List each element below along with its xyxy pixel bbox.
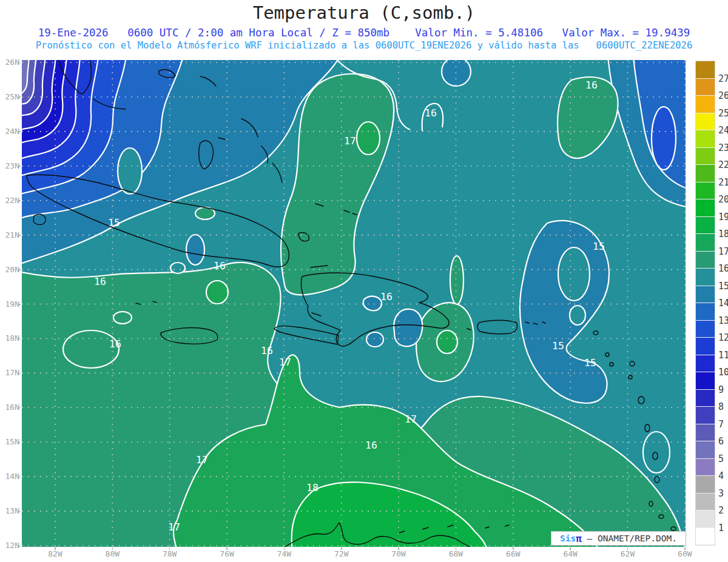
lon-tick — [684, 547, 686, 550]
lat-tick — [18, 373, 21, 374]
colorbar-tick-label: 7 — [718, 419, 724, 430]
contour-pocket — [118, 148, 142, 194]
page-title: Temperatura (C,somb.) — [0, 2, 728, 23]
contour-label: 16 — [109, 338, 121, 350]
colorbar-segment — [696, 252, 715, 269]
colorbar-tick-label: 19 — [718, 212, 728, 222]
lat-tick — [18, 477, 21, 478]
colorbar-tick-label: 1 — [718, 523, 724, 534]
subtitle-valid-time: 19-Ene-2026 0600 UTC / 2:00 am Hora Loca… — [0, 27, 728, 39]
contour-pocket — [437, 330, 457, 353]
lon-tick-label: 68W — [449, 549, 463, 558]
colorbar-segment — [696, 321, 715, 338]
colorbar-tick-label: 3 — [718, 488, 724, 499]
lat-tick-label: 13N — [5, 506, 19, 515]
lat-tick — [18, 166, 21, 167]
colorbar-segment — [696, 303, 715, 321]
colorbar-segment — [696, 493, 715, 511]
contour-label: 15 — [552, 340, 564, 352]
colorbar-tick-label: 5 — [718, 453, 724, 464]
lon-tick-label: 70W — [391, 549, 405, 558]
lon-tick-label: 72W — [334, 549, 348, 558]
colorbar-tick-label: 21 — [718, 177, 728, 188]
lon-tick — [55, 547, 56, 550]
lon-tick — [226, 547, 228, 550]
colorbar-segment — [696, 424, 715, 442]
contour-label: 16 — [380, 291, 393, 303]
lat-tick-label: 22N — [5, 196, 19, 205]
lon-tick-label: 82W — [48, 549, 62, 558]
contour-pocket — [652, 107, 676, 170]
lat-tick-label: 23N — [5, 161, 19, 170]
contour-label: 15 — [584, 357, 596, 369]
lat-tick-label: 15N — [5, 437, 19, 446]
colorbar-segment — [696, 96, 715, 113]
lat-tick-label: 20N — [5, 265, 19, 274]
colorbar-segment — [696, 199, 715, 217]
lat-tick — [18, 269, 21, 270]
colorbar-tick-label: 16 — [718, 263, 728, 274]
lon-tick-label: 74W — [277, 549, 291, 558]
contour-label: 16 — [261, 345, 273, 356]
contour-pocket — [450, 256, 463, 304]
colorbar-tick-label: 22 — [718, 159, 728, 170]
contour-label: 17 — [196, 454, 208, 466]
colorbar-tick-label: 25 — [718, 108, 728, 119]
contour-label: 15 — [108, 217, 120, 229]
lon-tick — [398, 547, 399, 550]
contour-pocket — [206, 281, 228, 304]
lat-tick-label: 25N — [5, 92, 19, 101]
lon-tick — [341, 547, 342, 550]
colorbar-tick-label: 15 — [718, 281, 728, 292]
colorbar-segment — [696, 148, 715, 166]
lat-tick-label: 21N — [5, 230, 19, 239]
colorbar-segment — [696, 182, 715, 200]
lat-tick — [18, 200, 21, 201]
contour-label: 16 — [94, 276, 106, 287]
contour-label: 17 — [168, 521, 180, 533]
colorbar-tick-label: 24 — [718, 125, 728, 136]
lon-tick-label: 60W — [678, 549, 692, 558]
colorbar-segment — [696, 407, 715, 424]
contour-label: 17 — [344, 135, 356, 147]
contour-label: 15 — [593, 241, 605, 252]
lon-tick-label: 64W — [563, 549, 577, 558]
lat-tick — [18, 62, 21, 64]
colorbar-tick-label: 8 — [718, 401, 724, 412]
colorbar-segment — [696, 79, 715, 96]
colorbar-tick-label: 27 — [718, 73, 728, 84]
colorbar-tick-label: 4 — [718, 470, 724, 481]
lon-tick — [627, 547, 629, 550]
temperature-colorbar — [695, 61, 715, 546]
colorbar-segment — [696, 113, 715, 131]
contour-pocket — [170, 263, 185, 273]
contour-pocket — [570, 306, 585, 325]
contour-pocket — [366, 332, 383, 347]
lat-tick-label: 14N — [5, 472, 19, 481]
contour-label: 16 — [365, 440, 377, 451]
lon-tick-label: 80W — [106, 549, 120, 558]
colorbar-segment — [696, 286, 715, 304]
watermark-sis: Sis — [560, 534, 576, 543]
colorbar-segment — [696, 441, 715, 459]
colorbar-segment — [696, 510, 715, 528]
lat-tick — [18, 304, 21, 305]
contour-label: 18 — [306, 482, 318, 493]
colorbar-tick-label: 13 — [718, 315, 728, 326]
colorbar-tick-label: 11 — [718, 350, 728, 361]
lat-tick — [18, 131, 21, 132]
colorbar-tick-label: 17 — [718, 246, 728, 257]
colorbar-segment — [696, 528, 715, 546]
contour-label: 16 — [425, 107, 437, 119]
contour-pocket — [186, 235, 204, 265]
lon-tick-label: 78W — [163, 549, 177, 558]
watermark-box: Sisπ – ONAMET/REP.DOM. — [551, 531, 686, 546]
contour-label: 16 — [214, 260, 226, 272]
lat-tick — [18, 338, 21, 340]
lat-tick-label: 24N — [5, 127, 19, 136]
colorbar-segment — [696, 234, 715, 252]
contour-label: 16 — [585, 79, 598, 91]
colorbar-segment — [696, 390, 715, 407]
temperature-map — [22, 60, 686, 547]
colorbar-tick-label: 10 — [718, 367, 728, 378]
